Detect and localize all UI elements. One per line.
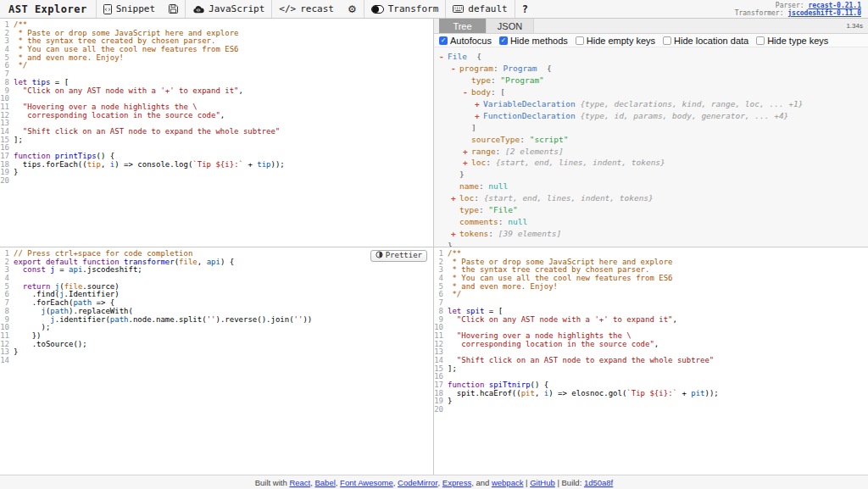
ast-tree-panel: Tree JSON 1.34s ✓Autofocus✓Hide methodsH…	[434, 19, 868, 247]
footer-link[interactable]: Express	[442, 478, 471, 487]
transformer-version-link[interactable]: jscodeshift-0.11.0	[787, 9, 861, 17]
tree-row[interactable]: sourceType: "script"	[434, 133, 868, 145]
tree-expander-icon[interactable]: +	[475, 111, 483, 120]
code-text: spit.hcaErof((pit, i) => elosnoc.gol(`Ti…	[448, 390, 719, 398]
tree-row[interactable]: comments: null	[434, 215, 868, 227]
code-line[interactable]: 6 */	[0, 62, 433, 70]
tree-row[interactable]: -body: [	[434, 86, 868, 98]
checkbox-autofocus[interactable]: ✓Autofocus	[439, 36, 492, 46]
code-line[interactable]: 14	[0, 357, 433, 365]
code-line[interactable]: 9 "Click on any AST node with a '+' to e…	[434, 316, 868, 325]
tree-expander-icon[interactable]: +	[475, 99, 483, 108]
code-line[interactable]: 20	[0, 177, 433, 186]
tree-options-bar: ✓Autofocus✓Hide methodsHide empty keysHi…	[434, 34, 868, 47]
tree-row[interactable]: name: null	[434, 181, 868, 192]
parser-info-label: Parser:	[776, 2, 804, 9]
transform-editor[interactable]: Prettier 1// Press ctrl+space for code c…	[0, 247, 434, 475]
tree-row[interactable]: -program: Program {	[434, 63, 868, 75]
code-line[interactable]: 14 "Shift click on an AST node to expand…	[434, 357, 868, 365]
tree-row[interactable]: +loc: {start, end, lines, indent, tokens…	[434, 157, 868, 169]
code-line[interactable]: 6 */	[434, 291, 868, 299]
code-line[interactable]: 19}	[434, 397, 868, 406]
footer-link[interactable]: webpack	[492, 478, 524, 487]
tree-row[interactable]: +FunctionDeclaration {type, id, params, …	[434, 109, 868, 121]
cloud-icon	[192, 5, 204, 14]
tab-json[interactable]: JSON	[487, 19, 534, 33]
code-text: }	[14, 348, 18, 357]
keybinding-button-label: default	[468, 3, 507, 14]
app-title: AST Explorer	[0, 3, 96, 15]
tree-expander-icon[interactable]: +	[451, 229, 459, 238]
code-line[interactable]: 13}	[0, 348, 433, 357]
checkbox-hide-type-keys[interactable]: Hide type keys	[756, 36, 828, 46]
checkbox-hide-location-data[interactable]: Hide location data	[663, 36, 748, 46]
keybinding-button[interactable]: default	[446, 0, 514, 18]
code-line[interactable]: 18 spit.hcaErof((pit, i) => elosnoc.gol(…	[434, 390, 868, 398]
tree-row[interactable]: +VariableDeclaration {type, declarations…	[434, 98, 868, 110]
footer-link[interactable]: React	[289, 478, 310, 487]
parser-version-link[interactable]: recast-0.21.1	[808, 2, 861, 9]
footer-link[interactable]: GitHub	[530, 478, 555, 487]
code-line[interactable]: 5 * and even more. Enjoy!	[0, 54, 433, 63]
code-text: const j = api.jscodeshift;	[14, 266, 142, 275]
prettier-button[interactable]: Prettier	[370, 250, 427, 262]
code-line[interactable]: 3 const j = api.jscodeshift;	[0, 266, 433, 275]
tree-row[interactable]: +tokens: [39 elements]	[434, 227, 868, 239]
hide-location-data-checkbox[interactable]	[663, 36, 671, 45]
help-button[interactable]: ?	[515, 0, 535, 18]
footer-link[interactable]: Babel	[314, 478, 335, 487]
snippet-button[interactable]: Snippet	[97, 0, 162, 18]
code-line[interactable]: 5 * and even more. Enjoy!	[434, 283, 868, 292]
tree-row[interactable]: }	[434, 169, 868, 181]
code-line[interactable]: 10 );	[0, 324, 433, 332]
code-line[interactable]: 20	[434, 406, 868, 414]
code-line[interactable]: 12 corresponding location in the source …	[0, 112, 433, 120]
prettier-button-label: Prettier	[386, 252, 422, 260]
tree-expander-icon[interactable]: +	[463, 147, 471, 156]
tree-row[interactable]: -File {	[434, 51, 868, 63]
code-line[interactable]: 9 j.identifier(path.node.name.split('').…	[0, 316, 433, 325]
source-editor[interactable]: 1/**2 * Paste or drop some JavaScript he…	[0, 19, 434, 247]
tree-expander-icon[interactable]: -	[463, 87, 471, 97]
footer-link[interactable]: CodeMirror	[398, 478, 438, 487]
code-line[interactable]: 12 corresponding location in the source …	[434, 341, 868, 349]
hide-empty-keys-checkbox[interactable]	[576, 36, 584, 45]
tree-expander-icon[interactable]: -	[439, 52, 448, 61]
code-line[interactable]: 19}	[0, 169, 433, 177]
tree-row[interactable]: type: "Program"	[434, 75, 868, 86]
hide-type-keys-checkbox[interactable]	[756, 36, 765, 45]
code-line[interactable]: 14 "Shift click on an AST node to expand…	[0, 128, 433, 136]
tree-expander-icon[interactable]: +	[451, 193, 459, 203]
hide-methods-checkbox[interactable]: ✓	[499, 36, 508, 45]
save-button[interactable]	[162, 0, 185, 18]
tree-row[interactable]: +range: [2 elements]	[434, 145, 868, 157]
footer-link[interactable]: 1d50a8f	[584, 478, 613, 487]
toggle-on-icon	[371, 5, 384, 14]
code-line[interactable]: 18 tips.forEach((tip, i) => console.log(…	[0, 161, 433, 169]
language-button[interactable]: JavaScript	[186, 0, 271, 18]
parser-settings-button[interactable]: ⚙	[341, 0, 364, 18]
code-text: "Shift click on an AST node to expand th…	[14, 128, 280, 136]
code-line[interactable]: 15];	[0, 136, 433, 145]
line-number: 20	[0, 177, 14, 186]
code-line[interactable]: 15];	[434, 365, 868, 374]
code-line[interactable]: 9 "Click on any AST node with a '+' to e…	[0, 87, 433, 96]
transform-toggle-button[interactable]: Transform	[364, 0, 446, 18]
autofocus-checkbox[interactable]: ✓	[439, 36, 448, 45]
code-text: * and even more. Enjoy!	[448, 283, 558, 292]
tree-expander-icon[interactable]: -	[451, 64, 459, 73]
parser-button[interactable]: </> recast	[272, 0, 341, 18]
tree-row[interactable]: type: "File"	[434, 204, 868, 216]
tree-expander-icon[interactable]: +	[463, 158, 471, 167]
checkbox-hide-methods[interactable]: ✓Hide methods	[499, 36, 568, 46]
parser-button-label: recast	[300, 3, 334, 14]
code-line[interactable]: 12 .toSource();	[0, 341, 433, 349]
tree-row[interactable]: +loc: {start, end, lines, indent, tokens…	[434, 192, 868, 204]
output-editor[interactable]: 1/**2 * Paste or drop some JavaScript he…	[434, 247, 868, 475]
tree-row[interactable]: ]	[434, 121, 868, 133]
checkbox-hide-empty-keys[interactable]: Hide empty keys	[576, 36, 655, 46]
tab-tree[interactable]: Tree	[439, 19, 487, 33]
footer: Built with React, Babel, Font Awesome, C…	[0, 475, 868, 489]
footer-link[interactable]: Font Awesome	[340, 478, 393, 487]
tree-row[interactable]: }	[434, 239, 868, 247]
